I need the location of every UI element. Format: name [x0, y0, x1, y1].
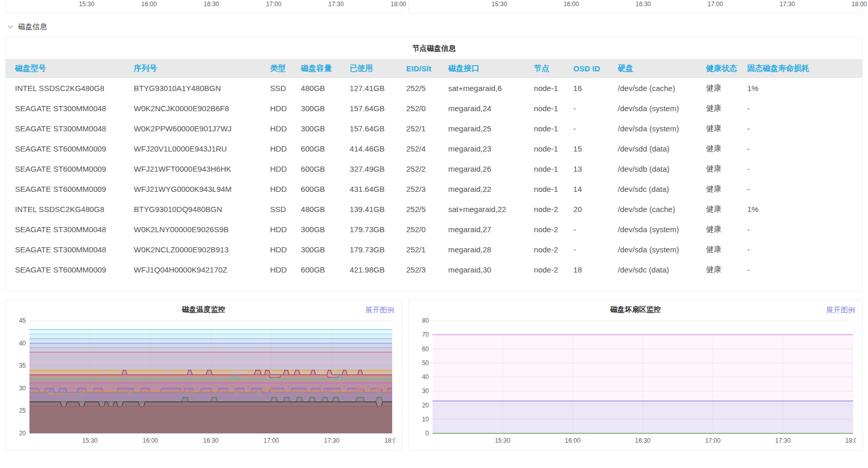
table-cell: /dev/sdc (data): [615, 179, 703, 199]
x-axis-label: 18:00: [851, 1, 867, 8]
svg-text:17:00: 17:00: [264, 437, 279, 444]
table-cell: -: [570, 219, 615, 239]
column-header[interactable]: 序列号: [131, 59, 267, 78]
column-header[interactable]: 磁盘接口: [445, 59, 531, 78]
svg-text:60: 60: [422, 345, 429, 353]
expand-legend-link[interactable]: 展开图例: [826, 306, 855, 315]
svg-text:16:30: 16:30: [203, 437, 219, 444]
table-row: INTEL SSDSC2KG480G8BTYG93010A1Y480BGNSSD…: [6, 78, 862, 98]
table-cell: HDD: [267, 219, 298, 239]
bad-sector-chart-card: 磁盘坏扇区监控 展开图例 15:3016:0016:3017:0017:3018…: [408, 300, 863, 450]
table-cell: node-1: [531, 159, 570, 179]
table-cell: 18: [570, 260, 615, 280]
column-header[interactable]: 硬盘: [615, 59, 703, 78]
table-cell: 327.49GB: [347, 159, 403, 179]
table-cell: SSD: [267, 78, 298, 98]
table-cell: 健康: [703, 159, 745, 179]
table-row: SEAGATE ST300MM0048W0K2NCLZ0000E902B913H…: [6, 239, 862, 260]
column-header[interactable]: 类型: [267, 59, 298, 78]
table-cell: 13: [570, 159, 615, 179]
table-cell: WFJ21WFT0000E943H6HK: [131, 159, 267, 179]
table-cell: 252/0: [403, 219, 445, 239]
column-header[interactable]: 已使用: [347, 59, 403, 78]
chart-title: 磁盘温度监控: [12, 305, 395, 314]
table-cell: -: [744, 239, 862, 260]
table-cell: SSD: [267, 199, 298, 219]
table-cell: /dev/sda (system): [615, 239, 703, 260]
svg-text:45: 45: [19, 317, 26, 324]
temperature-chart-card: 磁盘温度监控 展开图例 15:3016:0016:3017:0017:3018:…: [5, 300, 402, 450]
column-header[interactable]: 磁盘容量: [298, 59, 347, 78]
table-cell: -: [744, 139, 862, 159]
x-axis-label: 15:30: [79, 1, 95, 8]
svg-text:35: 35: [19, 362, 26, 369]
chart-header: 磁盘坏扇区监控 展开图例: [415, 305, 856, 316]
table-cell: 600GB: [298, 179, 347, 199]
x-axis-label: 16:30: [636, 1, 651, 8]
table-cell: 健康: [703, 219, 745, 239]
table-cell: SEAGATE ST600MM0009: [6, 260, 131, 280]
table-cell: -: [570, 239, 615, 260]
chart-header: 磁盘温度监控 展开图例: [12, 305, 395, 316]
svg-text:15:30: 15:30: [495, 437, 510, 444]
disk-table: 磁盘型号序列号类型磁盘容量已使用EID/Slt磁盘接口节点OSD ID硬盘健康状…: [6, 59, 862, 280]
table-cell: 421.98GB: [347, 260, 403, 280]
svg-text:16:00: 16:00: [143, 437, 158, 444]
table-cell: 1%: [744, 78, 862, 98]
table-cell: 300GB: [298, 98, 347, 118]
table-cell: /dev/sdd (data): [615, 139, 703, 159]
table-cell: HDD: [267, 239, 298, 260]
table-cell: BTYG93010A1Y480BGN: [131, 78, 267, 98]
column-header[interactable]: 健康状态: [703, 59, 745, 78]
chart-canvas[interactable]: 15:3016:0016:3017:0017:3018:000102030405…: [415, 316, 856, 447]
chart-title: 磁盘坏扇区监控: [415, 305, 856, 314]
table-cell: 252/5: [403, 199, 445, 219]
svg-text:20: 20: [19, 430, 26, 437]
top-partial-charts-row: 15:3016:0016:3017:0017:3018:00 15:3016:0…: [5, 0, 863, 13]
svg-text:40: 40: [19, 340, 26, 347]
table-cell: 179.73GB: [347, 239, 403, 260]
table-cell: /dev/sda (system): [615, 118, 703, 139]
table-row: SEAGATE ST600MM0009WFJ1Q04H0000K942170ZH…: [6, 260, 862, 280]
table-cell: HDD: [267, 118, 298, 139]
table-cell: 健康: [703, 179, 745, 199]
chart-canvas[interactable]: 15:3016:0016:3017:0017:3018:002025303540…: [12, 316, 395, 447]
x-axis-label: 17:30: [780, 1, 795, 8]
table-cell: HDD: [267, 179, 298, 199]
table-cell: megaraid,26: [445, 159, 531, 179]
table-cell: node-2: [531, 219, 570, 239]
table-cell: HDD: [267, 260, 298, 280]
table-cell: INTEL SSDSC2KG480G8: [6, 78, 131, 98]
table-cell: node-2: [531, 239, 570, 260]
column-header[interactable]: 固态磁盘寿命损耗: [744, 59, 862, 78]
svg-text:18:00: 18:00: [845, 437, 856, 444]
table-cell: 600GB: [298, 139, 347, 159]
disk-info-section-toggle[interactable]: 磁盘信息: [7, 22, 47, 32]
table-cell: 600GB: [298, 260, 347, 280]
svg-text:50: 50: [422, 359, 429, 367]
table-cell: megaraid,28: [445, 239, 531, 260]
svg-text:17:30: 17:30: [775, 437, 791, 444]
x-axis-label: 17:00: [707, 1, 723, 8]
table-cell: 健康: [703, 78, 745, 98]
table-cell: 20: [570, 199, 615, 219]
table-cell: megaraid,30: [445, 260, 531, 280]
x-axis-label: 17:00: [266, 1, 282, 8]
table-cell: -: [744, 159, 862, 179]
table-cell: 300GB: [298, 239, 347, 260]
svg-text:0: 0: [425, 430, 429, 437]
column-header[interactable]: 节点: [531, 59, 570, 78]
table-cell: HDD: [267, 139, 298, 159]
expand-legend-link[interactable]: 展开图例: [365, 306, 394, 315]
table-cell: 健康: [703, 118, 745, 139]
column-header[interactable]: OSD ID: [570, 59, 615, 78]
column-header[interactable]: 磁盘型号: [6, 59, 131, 78]
table-cell: 139.41GB: [347, 199, 403, 219]
table-cell: -: [744, 219, 862, 239]
node-disk-table-card: 节点磁盘信息 磁盘型号序列号类型磁盘容量已使用EID/Slt磁盘接口节点OSD …: [5, 37, 863, 292]
column-header[interactable]: EID/Slt: [403, 59, 445, 78]
table-cell: 14: [570, 179, 615, 199]
table-cell: /dev/sda (system): [615, 219, 703, 239]
table-cell: megaraid,27: [445, 219, 531, 239]
table-cell: 300GB: [298, 118, 347, 139]
